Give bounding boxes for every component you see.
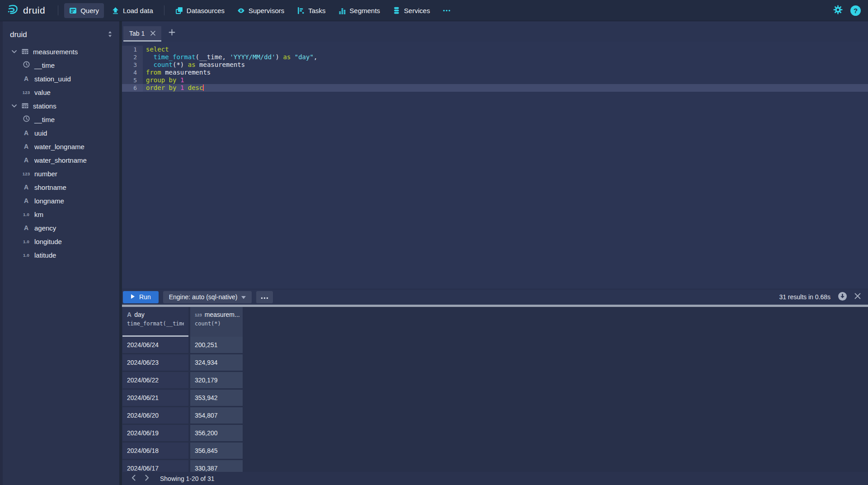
code-text: count(*) as measurements	[143, 61, 868, 69]
column-label: agency	[34, 224, 56, 232]
next-page-button[interactable]	[140, 473, 154, 485]
table-cell[interactable]: 330,387	[190, 460, 243, 472]
table-cell[interactable]: 320,179	[190, 372, 243, 388]
nav-item-load-data[interactable]: Load data	[107, 3, 158, 18]
tree-column-agency[interactable]: Aagency	[3, 221, 119, 235]
nav-item-datasources[interactable]: Datasources	[170, 3, 230, 18]
tree-column-latitude[interactable]: 1.0latitude	[3, 248, 119, 262]
string-column-icon: A	[21, 129, 31, 137]
code-line-4[interactable]: 4from measurements	[122, 69, 868, 76]
chevron-left-icon	[131, 475, 136, 483]
table-cell[interactable]: 2024/06/17	[122, 460, 188, 472]
line-number: 1	[122, 46, 143, 53]
results-pagination: Showing 1-20 of 31	[122, 472, 868, 485]
table-row: 2024/06/18356,845	[122, 443, 868, 460]
table-cell[interactable]: 2024/06/24	[122, 337, 188, 353]
tree-column-water_longname[interactable]: Awater_longname	[3, 140, 119, 153]
table-cell[interactable]: 2024/06/20	[122, 407, 188, 424]
druid-brand[interactable]: druid	[7, 4, 45, 17]
code-line-3[interactable]: 3 count(*) as measurements	[122, 61, 868, 69]
nav-item-label: Supervisors	[249, 7, 284, 14]
table-cell[interactable]: 2024/06/19	[122, 425, 188, 441]
nav-item-label: Tasks	[308, 7, 325, 14]
top-navbar: druid QueryLoad dataDatasourcesSuperviso…	[0, 0, 868, 21]
code-line-5[interactable]: 5group by 1	[122, 76, 868, 84]
chevron-down-icon[interactable]	[12, 104, 17, 108]
table-cell[interactable]: 356,845	[190, 443, 243, 459]
nav-item-segments[interactable]: Segments	[333, 3, 385, 18]
column-header-name: 123measurem...	[195, 311, 238, 318]
float-column-icon: 1.0	[21, 239, 31, 244]
column-header-2[interactable]: 123measurem...count(*)	[190, 307, 243, 337]
prev-page-button[interactable]	[127, 473, 140, 485]
tree-column-station_uuid[interactable]: Astation_uuid	[3, 72, 119, 85]
tab-close-button[interactable]	[150, 29, 155, 38]
download-icon	[838, 292, 847, 303]
tree-column-km[interactable]: 1.0km	[3, 207, 119, 221]
query-icon	[69, 7, 77, 14]
double-caret-vertical-icon	[107, 31, 113, 39]
table-cell[interactable]: 2024/06/21	[122, 390, 188, 406]
showing-label: Showing 1-20 of 31	[160, 475, 215, 482]
help-icon: ?	[854, 7, 858, 14]
table-icon	[21, 102, 29, 109]
tree-column-water_shortname[interactable]: Awater_shortname	[3, 153, 119, 167]
table-cell[interactable]: 2024/06/18	[122, 443, 188, 459]
tree-column-value[interactable]: 123value	[3, 85, 119, 99]
table-cell[interactable]: 200,251	[190, 337, 243, 353]
nav-item-label: Query	[80, 7, 99, 14]
tree-column-__time[interactable]: __time	[3, 58, 119, 72]
code-line-1[interactable]: 1select	[122, 46, 868, 53]
float-column-icon: 1.0	[21, 253, 31, 258]
code-text: from measurements	[143, 69, 868, 76]
nav-item-label: Datasources	[187, 7, 225, 14]
nav-item-tasks[interactable]: Tasks	[292, 3, 330, 18]
engine-select-button[interactable]: Engine: auto (sql-native)	[163, 291, 252, 303]
nav-item-more[interactable]	[438, 3, 455, 18]
tree-column-__time[interactable]: __time	[3, 113, 119, 126]
schema-sort-button[interactable]	[107, 31, 113, 39]
table-cell[interactable]: 353,942	[190, 390, 243, 406]
download-results-button[interactable]	[838, 292, 847, 303]
column-label: longname	[34, 197, 64, 205]
line-number: 6	[122, 84, 143, 92]
table-cell[interactable]: 2024/06/22	[122, 372, 188, 388]
tree-column-uuid[interactable]: Auuid	[3, 126, 119, 140]
nav-item-label: Segments	[350, 7, 380, 14]
nav-item-label: Services	[404, 7, 430, 14]
table-row: 2024/06/24200,251	[122, 337, 868, 354]
query-more-button[interactable]	[256, 291, 273, 303]
table-cell[interactable]: 354,807	[190, 407, 243, 424]
sql-editor[interactable]: 1select2 time_format(__time, 'YYYY/MM/dd…	[122, 42, 868, 289]
nav-item-query[interactable]: Query	[64, 3, 104, 18]
nav-item-supervisors[interactable]: Supervisors	[232, 3, 289, 18]
run-button-label: Run	[139, 293, 151, 301]
datasources-icon	[175, 7, 183, 14]
nav-item-services[interactable]: Services	[388, 3, 435, 18]
tree-table-measurements[interactable]: measurements	[3, 45, 119, 58]
help-button[interactable]: ?	[850, 5, 861, 16]
run-button[interactable]: Run	[123, 291, 159, 303]
settings-button[interactable]	[832, 5, 843, 16]
play-icon	[131, 293, 135, 301]
table-label: stations	[33, 102, 56, 110]
nav-item-label: Load data	[123, 7, 153, 14]
column-header-1[interactable]: Adaytime_format(__time, …	[122, 307, 188, 337]
tree-table-stations[interactable]: stations	[3, 99, 119, 113]
navbar-items: QueryLoad dataDatasourcesSupervisorsTask…	[63, 0, 456, 21]
chevron-down-icon[interactable]	[12, 50, 17, 53]
table-cell[interactable]: 2024/06/23	[122, 354, 188, 371]
tree-column-longitude[interactable]: 1.0longitude	[3, 235, 119, 248]
new-tab-button[interactable]	[169, 29, 175, 38]
table-cell[interactable]: 324,934	[190, 354, 243, 371]
table-cell[interactable]: 356,200	[190, 425, 243, 441]
tree-column-number[interactable]: 123number	[3, 167, 119, 180]
column-label: station_uuid	[34, 75, 71, 83]
tree-column-longname[interactable]: Alongname	[3, 194, 119, 207]
code-line-2[interactable]: 2 time_format(__time, 'YYYY/MM/dd') as "…	[122, 53, 868, 61]
tree-column-shortname[interactable]: Ashortname	[3, 180, 119, 194]
results-table: Adaytime_format(__time, …123measurem...c…	[122, 307, 868, 472]
close-results-button[interactable]	[854, 293, 861, 301]
code-line-6[interactable]: 6order by 1 desc	[122, 84, 868, 92]
tab-query-1[interactable]: Tab 1	[123, 26, 161, 42]
